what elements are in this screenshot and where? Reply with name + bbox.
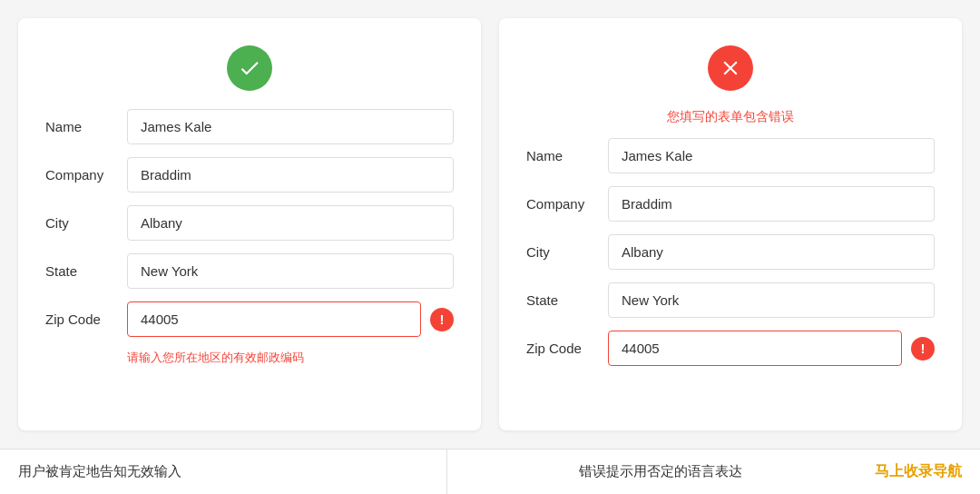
main-content: Name Company City State [0, 0, 980, 449]
right-company-row: Company [526, 186, 935, 222]
left-zip-error-icon-exclamation: ! [440, 312, 445, 326]
footer-center-text: 错误提示用否定的语言表达 [447, 463, 876, 480]
left-name-row: Name [45, 109, 454, 144]
right-company-input[interactable] [608, 186, 935, 222]
footer: 用户被肯定地告知无效输入 错误提示用否定的语言表达 马上收录导航 [0, 449, 980, 494]
right-name-row: Name [526, 138, 935, 173]
left-zip-input-wrap: ! [127, 301, 454, 337]
left-state-input[interactable] [127, 253, 454, 289]
left-zip-error-message: 请输入您所在地区的有效邮政编码 [127, 350, 454, 366]
right-state-label: State [526, 292, 608, 308]
right-state-input[interactable] [608, 282, 935, 318]
x-icon [719, 56, 742, 80]
left-city-input-wrap [127, 205, 454, 241]
right-city-input[interactable] [608, 234, 935, 270]
right-zip-input[interactable] [608, 331, 902, 366]
check-icon [238, 56, 261, 80]
right-state-row: State [526, 282, 935, 318]
right-zip-row: Zip Code ! [526, 331, 935, 366]
left-zip-input[interactable] [127, 301, 421, 337]
success-icon-circle [227, 45, 272, 91]
right-zip-error-icon: ! [911, 337, 935, 361]
left-company-label: Company [45, 167, 127, 183]
left-state-row: State [45, 253, 454, 289]
left-name-label: Name [45, 119, 127, 134]
footer-right-text: 马上收录导航 [875, 462, 962, 481]
right-state-input-wrap [608, 282, 935, 318]
right-error-top-message: 您填写的表单包含错误 [526, 109, 935, 125]
right-company-input-wrap [608, 186, 935, 222]
right-zip-label: Zip Code [526, 341, 608, 356]
right-company-label: Company [526, 196, 608, 212]
right-name-input[interactable] [608, 138, 935, 173]
right-name-label: Name [526, 148, 608, 163]
left-company-input-wrap [127, 157, 454, 193]
left-zip-error-icon: ! [430, 308, 454, 331]
left-city-label: City [45, 215, 127, 231]
right-city-label: City [526, 244, 608, 260]
left-company-input[interactable] [127, 157, 454, 193]
left-zip-row: Zip Code ! [45, 301, 454, 337]
left-name-input-wrap [127, 109, 454, 144]
error-icon-circle [708, 45, 753, 91]
left-state-input-wrap [127, 253, 454, 289]
left-state-label: State [45, 263, 127, 279]
footer-left-text: 用户被肯定地告知无效输入 [18, 463, 446, 480]
left-form-card: Name Company City State [18, 18, 481, 430]
left-city-row: City [45, 205, 454, 241]
left-zip-label: Zip Code [45, 311, 127, 327]
right-name-input-wrap [608, 138, 935, 173]
left-name-input[interactable] [127, 109, 454, 144]
right-city-row: City [526, 234, 935, 270]
right-city-input-wrap [608, 234, 935, 270]
right-form-card: 您填写的表单包含错误 Name Company City State [499, 18, 962, 430]
left-company-row: Company [45, 157, 454, 193]
left-city-input[interactable] [127, 205, 454, 241]
right-zip-input-wrap: ! [608, 331, 935, 366]
right-zip-error-icon-exclamation: ! [921, 341, 926, 355]
